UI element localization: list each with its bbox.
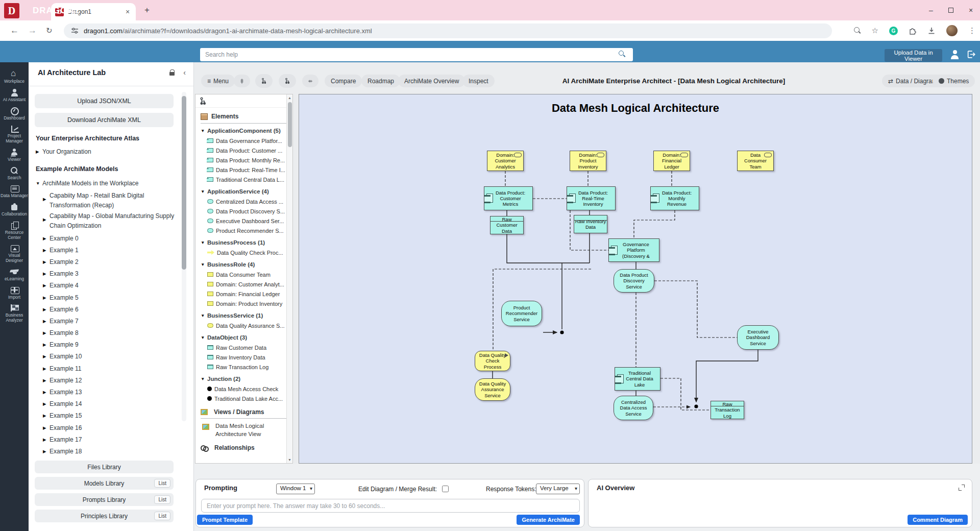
twisty-icon[interactable] (43, 342, 50, 347)
element-list-item[interactable]: Centralized Data Access ... (201, 197, 287, 206)
twisty-icon[interactable] (201, 262, 207, 267)
twisty-icon[interactable] (43, 283, 50, 288)
twisty-icon[interactable] (43, 307, 50, 312)
forward-button[interactable]: → (28, 26, 37, 36)
tree-group-archimate-workplace[interactable]: ArchiMate Models in the Workplace (36, 180, 139, 187)
tree-item-example[interactable]: Example 12 (43, 374, 145, 386)
element-list-item[interactable]: Data Quality Assurance S... (201, 321, 287, 330)
twisty-icon[interactable] (43, 271, 50, 276)
library-button[interactable]: Files Library (35, 461, 174, 473)
upload-json-xml-button[interactable]: Upload JSON/XML (35, 94, 174, 108)
node-raw-transaction-log[interactable]: Raw Transaction Log (710, 401, 744, 419)
tree-item-example[interactable]: Example 14 (43, 398, 145, 410)
twisty-icon[interactable] (201, 313, 207, 318)
tree-item-example[interactable]: Example 2 (43, 256, 145, 268)
nav-rail-item[interactable]: Dashboard (0, 107, 29, 121)
element-section-header[interactable]: Junction (2) (201, 374, 287, 384)
element-list-item[interactable]: Raw Transaction Log (201, 362, 287, 372)
twisty-icon[interactable] (43, 248, 50, 253)
tree-item-example[interactable]: Example 8 (43, 327, 145, 339)
tree-item-example[interactable]: Example 1 (43, 244, 145, 256)
tree-item-example[interactable]: Example 11 (43, 363, 145, 374)
tree-item-capability-map[interactable]: Capability Map - Global Manufacturing Su… (43, 211, 182, 230)
node-data-product-customer-metrics[interactable]: Data Product: Customer Metrics (484, 186, 533, 210)
tree-item-example[interactable]: Example 13 (43, 386, 145, 398)
scrollbar-thumb[interactable] (288, 102, 292, 147)
tree-item-your-organization[interactable]: Your Organization (36, 148, 91, 155)
upload-data-in-viewer-button[interactable]: Upload Data in Viewer (885, 49, 942, 62)
element-list-item[interactable]: Product Recommender S... (201, 226, 287, 235)
element-list-item[interactable]: Traditional Data Lake Acc... (201, 394, 287, 403)
node-domain-financial-ledger[interactable]: Domain: Financial Ledger (653, 151, 690, 171)
window-close-button[interactable]: × (967, 6, 975, 14)
prompt-input[interactable] (201, 499, 580, 513)
scroll-down-icon[interactable]: ▼ (287, 458, 292, 462)
tree-layout-button[interactable] (255, 74, 273, 88)
element-section-header[interactable]: BusinessRole (4) (201, 259, 287, 270)
tree-layout-alt-button[interactable] (279, 74, 296, 88)
site-settings-icon[interactable] (71, 27, 79, 35)
twisty-icon[interactable] (43, 236, 50, 241)
element-list-item[interactable]: Data Product Discovery S... (201, 206, 287, 216)
tree-item-example[interactable]: Example 15 (43, 410, 145, 422)
twisty-icon[interactable] (43, 354, 50, 359)
node-domain-product-inventory[interactable]: Domain: Product Inventory (570, 151, 606, 171)
window-select[interactable]: Window 1 (276, 484, 315, 494)
twisty-icon[interactable] (43, 319, 50, 324)
twisty-icon[interactable] (201, 376, 207, 381)
twisty-icon[interactable] (43, 425, 50, 430)
expand-icon[interactable] (959, 485, 965, 491)
tab-close-icon[interactable]: × (124, 8, 132, 16)
nav-rail-item[interactable]: Data Manager (0, 185, 29, 199)
account-icon[interactable] (950, 50, 960, 59)
left-panel-scrollbar[interactable] (182, 92, 186, 421)
prompt-template-button[interactable]: Prompt Template (197, 515, 253, 525)
element-list-item[interactable]: Raw Customer Data (201, 343, 287, 352)
grammarly-extension-icon[interactable]: G (889, 27, 898, 35)
tree-item-example[interactable]: Example 6 (43, 303, 145, 315)
node-domain-customer-analytics[interactable]: Domain: Customer Analytics (487, 151, 524, 171)
twisty-icon[interactable] (43, 259, 50, 264)
tree-item-example[interactable]: Example 17 (43, 433, 145, 445)
menu-button[interactable]: ≡Menu (201, 75, 235, 87)
element-list-item[interactable]: Domain: Product Inventory (201, 299, 287, 308)
node-raw-customer-data[interactable]: Raw Customer Data (490, 216, 524, 234)
node-executive-dashboard-service[interactable]: Executive Dashboard Service (737, 325, 779, 350)
element-list-item[interactable]: Data Consumer Team (201, 270, 287, 279)
scrollbar-thumb[interactable] (182, 96, 186, 270)
node-data-product-discovery-service[interactable]: Data Product Discovery Service (614, 269, 654, 293)
element-list-item[interactable]: Data Governance Platfor... (201, 136, 287, 146)
search-icon[interactable] (619, 51, 626, 58)
download-archimate-xml-button[interactable]: Download ArchiMate XML (35, 113, 174, 127)
new-tab-button[interactable]: + (142, 5, 152, 15)
twisty-icon[interactable] (36, 181, 42, 186)
library-button[interactable]: Models Library List (35, 477, 174, 490)
browser-menu-icon[interactable]: ⋮ (968, 26, 976, 35)
downloads-icon[interactable] (927, 27, 936, 35)
element-list-item[interactable]: Raw Inventory Data (201, 352, 287, 362)
tree-item-example[interactable]: Example 10 (43, 351, 145, 363)
reload-button[interactable]: ↻ (46, 26, 53, 35)
twisty-icon[interactable] (43, 216, 50, 230)
bookmark-star-icon[interactable]: ☆ (872, 26, 878, 35)
element-section-header[interactable]: DataObject (3) (201, 332, 287, 343)
element-list-item[interactable]: Domain: Customer Analyt... (201, 279, 287, 289)
compare-button[interactable]: Compare (325, 75, 362, 87)
element-section-header[interactable]: BusinessProcess (1) (201, 237, 287, 248)
twisty-icon[interactable] (43, 413, 50, 418)
window-minimize-button[interactable]: – (927, 6, 935, 14)
tree-item-capability-map[interactable]: Capabiity Map - Retail Bank Digital Tran… (43, 191, 182, 210)
twisty-icon[interactable] (43, 378, 50, 383)
twisty-icon[interactable] (201, 335, 207, 340)
element-list-item[interactable]: Data Mesh Access Check (201, 384, 287, 394)
nav-rail-item[interactable]: Visual Designer (0, 245, 29, 263)
list-chip-button[interactable]: List (154, 512, 170, 520)
node-raw-inventory-data[interactable]: Raw Inventory Data (574, 215, 607, 233)
nav-rail-item[interactable]: Viewer (0, 149, 29, 162)
view-list-item[interactable]: Data Mesh Logical Architecture View (201, 419, 287, 439)
twisty-icon[interactable] (43, 437, 50, 442)
vertical-sliders-button[interactable] (234, 75, 250, 87)
back-button[interactable]: ← (10, 26, 19, 36)
twisty-icon[interactable] (43, 366, 50, 371)
library-button[interactable]: Principles Library List (35, 510, 174, 522)
